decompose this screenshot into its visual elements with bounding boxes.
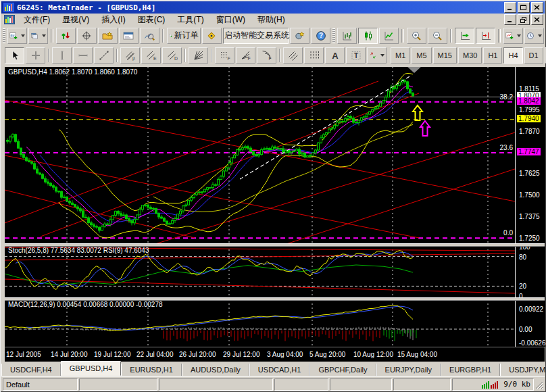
dropdown-arrow-icon[interactable]	[21, 34, 25, 37]
new-chart-button[interactable]	[7, 28, 27, 44]
chart-tab[interactable]: GBPCHF,Daily	[309, 364, 376, 376]
market-watch-button[interactable]	[56, 28, 76, 44]
child-minimize-button[interactable]	[504, 14, 516, 25]
crosshair-button[interactable]	[26, 47, 45, 64]
menu-item-2[interactable]: 插入(I)	[95, 14, 131, 25]
dropdown-arrow-icon[interactable]	[538, 34, 542, 37]
toolbar-grip[interactable]	[332, 28, 335, 43]
regression-channel-button[interactable]: µ	[120, 47, 140, 64]
macd-label: MACD(12,26,9) 0.00454 0.00668 0.00000 -0…	[8, 301, 163, 308]
menu-item-6[interactable]: 帮助(H)	[251, 14, 291, 25]
dropdown-arrow-icon[interactable]	[42, 34, 46, 37]
chart-tab[interactable]: EURJPY,Daily	[376, 364, 441, 376]
indicators-button[interactable]	[503, 28, 523, 44]
indicators-icon	[505, 30, 514, 41]
chart-line-button[interactable]	[379, 28, 399, 44]
andrews-pitchfork-button[interactable]	[283, 47, 303, 64]
period-M5-button[interactable]: M5	[412, 47, 431, 64]
svg-text:A: A	[332, 51, 339, 61]
fibo-retracement-button[interactable]: F	[215, 47, 234, 64]
main-chart-pane: GBPUSD,H4 1.8062 1.8070 1.8060 1.8070 38…	[5, 67, 515, 243]
window-resize-grip[interactable]	[534, 380, 543, 389]
chart-tab[interactable]: AUDUSD,Daily	[182, 364, 249, 376]
toolbar-grip[interactable]	[3, 28, 5, 43]
dropdown-arrow-icon[interactable]	[517, 34, 521, 37]
fibo-fan-icon: F	[241, 50, 251, 61]
period-H4-button[interactable]: H4	[503, 47, 522, 64]
help-button[interactable]: ?	[311, 28, 330, 44]
terminal-button[interactable]	[119, 28, 139, 44]
vertical-line-button[interactable]	[52, 47, 72, 64]
chart-tab[interactable]: USDCHF,H4	[1, 364, 61, 376]
expert-advisors-alert-button[interactable]	[202, 28, 222, 44]
auto-scroll-button[interactable]	[455, 28, 474, 44]
time-axis[interactable]: 12 Jul 200514 Jul 20:0019 Jul 12:0022 Ju…	[5, 347, 545, 362]
equidistant-channel-button[interactable]: E	[141, 47, 161, 64]
metatrader-window: 66245: MetaTrader - [GBPUSD,H4] 文件(F)显视(…	[0, 0, 546, 392]
period-H1-button[interactable]: H1	[483, 47, 502, 64]
text-label-button[interactable]: T	[346, 47, 366, 64]
stoch-tick: 20	[519, 283, 526, 290]
pane-separator[interactable]	[5, 243, 545, 247]
dropdown-arrow-icon[interactable]	[380, 54, 384, 57]
trendline-button[interactable]	[94, 47, 114, 64]
profiles-icon	[30, 30, 39, 41]
minimize-button[interactable]	[504, 2, 516, 13]
profiles-button[interactable]	[28, 28, 48, 44]
timeframes-button[interactable]	[524, 28, 544, 44]
menu-item-0[interactable]: 文件(F)	[18, 14, 56, 25]
menu-item-3[interactable]: 图表(C)	[132, 14, 172, 25]
traffic-label: 9/0 kb	[503, 380, 530, 389]
chart-tab[interactable]: USDJPY,M15	[500, 364, 546, 376]
text-button[interactable]: A	[325, 47, 345, 64]
period-M30-button[interactable]: M30	[458, 47, 482, 64]
menu-item-1[interactable]: 显视(V)	[56, 14, 95, 25]
horizontal-line-button[interactable]	[73, 47, 93, 64]
time-tick: 5 Aug 20:00	[309, 351, 345, 358]
menu-item-4[interactable]: 工具(T)	[171, 14, 209, 25]
time-tick: 22 Jul 04:00	[136, 351, 174, 358]
price-marker-box: 1.7940	[517, 115, 541, 122]
close-button[interactable]	[531, 2, 543, 13]
channel-e-icon: E	[146, 50, 157, 61]
chart-tab[interactable]: GBPUSD,H4	[61, 361, 122, 376]
strategy-tester-button[interactable]	[140, 28, 159, 44]
arrows-button[interactable]	[367, 47, 387, 64]
chart-tab[interactable]: USDCAD,H1	[249, 364, 310, 376]
period-D1-button[interactable]: D1	[524, 47, 543, 64]
menu-item-5[interactable]: 窗口(W)	[210, 14, 251, 25]
new-order-button[interactable]: 新订单	[167, 28, 201, 44]
svg-text:F: F	[268, 56, 271, 61]
fibo-arcs-button[interactable]: F	[257, 47, 276, 64]
period-M15-button[interactable]: M15	[433, 47, 457, 64]
tester-icon	[144, 30, 155, 41]
price-axis[interactable]: 1.81151.79951.78701.76251.75001.73751.72…	[515, 67, 545, 347]
zoom-out-button[interactable]	[428, 28, 447, 44]
toolbar-separator	[450, 29, 453, 43]
clock-icon	[526, 30, 535, 41]
period-M1-button[interactable]: M1	[391, 47, 410, 64]
stddev-channel-button[interactable]: D	[162, 47, 182, 64]
main-chart-canvas[interactable]	[5, 67, 515, 243]
expert-advisors-toggle-button[interactable]: 启动智能交易系统	[223, 28, 289, 44]
child-restore-button[interactable]	[518, 14, 530, 25]
chart-candles-button[interactable]	[358, 28, 378, 44]
help-icon: ?	[316, 30, 326, 41]
zoom-in-button[interactable]	[407, 28, 426, 44]
chart-bars-button[interactable]	[337, 28, 357, 44]
maximize-button[interactable]	[518, 2, 530, 13]
navigator-button[interactable]	[98, 28, 118, 44]
chart-tab[interactable]: EURGBP,H1	[441, 364, 500, 376]
chart-tab[interactable]: EURUSD,H1	[121, 364, 182, 376]
child-close-button[interactable]	[531, 14, 543, 25]
fibo-fan-button[interactable]: F	[236, 47, 255, 64]
gann-fan-button[interactable]	[189, 47, 208, 64]
status-profile[interactable]: Default	[3, 378, 78, 391]
data-window-button[interactable]	[77, 28, 97, 44]
cursor-button[interactable]	[5, 47, 24, 64]
cycle-lines-button[interactable]	[304, 47, 324, 64]
hline-icon	[78, 50, 89, 61]
chart-shift-button[interactable]	[476, 28, 495, 44]
metaquotes-community-button[interactable]	[290, 28, 309, 44]
pane-separator[interactable]	[5, 297, 545, 301]
